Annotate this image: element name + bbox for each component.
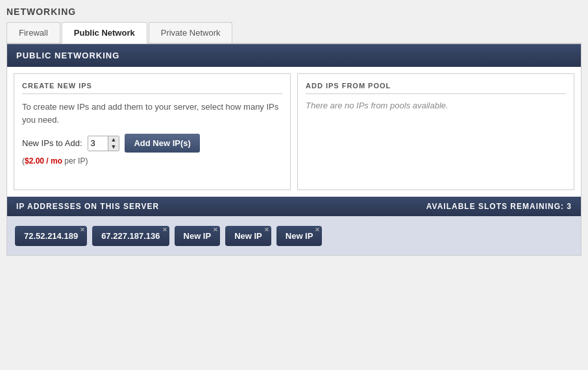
ip-count-stepper[interactable]: ▲ ▼ [88, 136, 120, 151]
price-note: ($2.00 / mo per IP) [22, 156, 282, 166]
ip-addresses-header: IP ADDRESSES ON THIS SERVER AVAILABLE SL… [7, 197, 581, 216]
stepper-down-button[interactable]: ▼ [108, 143, 119, 151]
tab-firewall[interactable]: Firewall [6, 22, 60, 43]
ip-count-input[interactable] [88, 136, 108, 151]
remove-ip-button[interactable]: ✕ [213, 227, 218, 233]
tab-public-network[interactable]: Public Network [62, 22, 147, 43]
ip-badge: ✕ 67.227.187.136 [92, 226, 169, 246]
new-ips-row: New IPs to Add: ▲ ▼ Add New IP(s) [22, 134, 282, 153]
create-new-ips-box: CREATE NEW IPS To create new IPs and add… [14, 73, 291, 190]
ip-badge: ✕ 72.52.214.189 [15, 226, 87, 246]
ip-address: New IP [184, 231, 212, 241]
ip-list: ✕ 72.52.214.189 ✕ 67.227.187.136 ✕ New I… [7, 216, 581, 255]
new-ips-label: New IPs to Add: [22, 138, 82, 148]
stepper-buttons: ▲ ▼ [108, 136, 119, 151]
ip-address: 67.227.187.136 [101, 231, 160, 241]
remove-ip-button[interactable]: ✕ [162, 227, 167, 233]
remove-ip-button[interactable]: ✕ [80, 227, 85, 233]
tab-bar: Firewall Public Network Private Network [6, 22, 582, 43]
available-slots-label: AVAILABLE SLOTS REMAINING: 3 [426, 202, 572, 211]
tab-private-network[interactable]: Private Network [149, 22, 233, 43]
ip-addresses-label: IP ADDRESSES ON THIS SERVER [16, 202, 159, 211]
stepper-up-button[interactable]: ▲ [108, 136, 119, 143]
two-col-area: CREATE NEW IPS To create new IPs and add… [7, 67, 581, 197]
pool-header: ADD IPS FROM POOL [306, 82, 566, 94]
add-from-pool-box: ADD IPS FROM POOL There are no IPs from … [297, 73, 574, 190]
public-networking-header: PUBLIC NETWORKING [7, 44, 581, 67]
ip-badge: ✕ New IP [175, 226, 221, 246]
ip-badge: ✕ New IP [276, 226, 323, 246]
ip-address: New IP [286, 231, 313, 241]
no-pool-message: There are no IPs from pools available. [306, 101, 566, 110]
remove-ip-button[interactable]: ✕ [264, 227, 269, 233]
ip-badge: ✕ New IP [225, 226, 271, 246]
create-new-ips-desc: To create new IPs and add them to your s… [22, 101, 282, 126]
page-title: NETWORKING [6, 6, 582, 17]
ip-address: 72.52.214.189 [24, 231, 78, 241]
main-panel: PUBLIC NETWORKING CREATE NEW IPS To crea… [6, 43, 582, 256]
add-new-ips-button[interactable]: Add New IP(s) [125, 134, 199, 153]
create-new-ips-header: CREATE NEW IPS [22, 82, 282, 94]
ip-address: New IP [234, 231, 262, 241]
remove-ip-button[interactable]: ✕ [315, 227, 320, 233]
